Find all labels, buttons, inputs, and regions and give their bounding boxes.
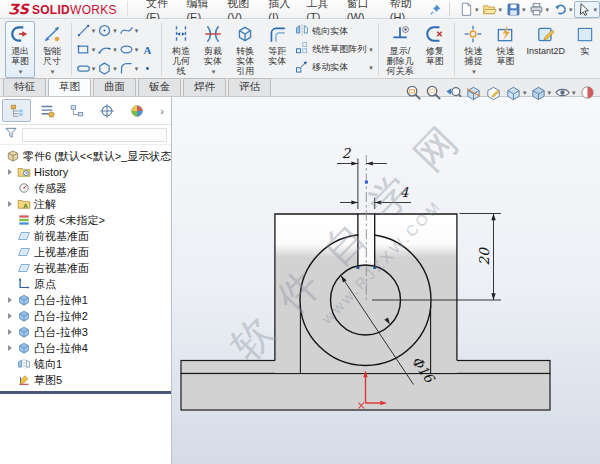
tree-top-plane[interactable]: 上视基准面 [0, 244, 171, 260]
tab-features[interactable]: 特征 [3, 78, 46, 96]
dropdown-caret-icon[interactable]: ▾ [92, 27, 96, 34]
dimxpert-tab[interactable] [92, 99, 121, 122]
repair-sketch-button[interactable]: 修复草图 [420, 21, 450, 78]
dropdown-caret-icon[interactable]: ▾ [369, 46, 373, 53]
dropdown-caret-icon[interactable]: ▾ [548, 89, 552, 96]
smart-dimension-button[interactable]: 智能尺寸▾ [37, 21, 67, 78]
construction-geometry-button[interactable]: 构造几何线 [166, 21, 196, 78]
dropdown-caret-icon[interactable]: ▾ [51, 68, 55, 75]
propertymanager-tab[interactable] [32, 99, 61, 122]
dropdown-caret-icon[interactable]: ▾ [113, 65, 117, 72]
dropdown-caret-icon[interactable]: ▾ [135, 27, 139, 34]
dropdown-caret-icon[interactable]: ▾ [369, 64, 373, 71]
linear-sketch-pattern-button[interactable]: 线性草图阵列▾ [295, 41, 373, 57]
save-button[interactable]: ▾ [504, 2, 528, 17]
fillet-tool[interactable]: ▾ [119, 61, 139, 76]
tree-boss-extrude1[interactable]: 凸台-拉伸1 [0, 292, 171, 308]
dropdown-caret-icon[interactable]: ▾ [475, 6, 479, 13]
spline-tool[interactable]: ▾ [119, 23, 139, 38]
dropdown-caret-icon[interactable]: ▾ [92, 65, 96, 72]
tree-root-part[interactable]: 零件6 (默认<<默认>_显示状态 1>) [0, 148, 171, 164]
arc-tool[interactable]: ▾ [97, 42, 117, 57]
shaded-sketch-contours-button-clipped[interactable]: 实 [571, 21, 599, 78]
dropdown-caret-icon[interactable]: ▾ [523, 89, 527, 96]
quick-snaps-button[interactable]: 快速捕捉▾ [458, 21, 488, 78]
expand-arrow-icon[interactable] [6, 329, 14, 335]
expand-arrow-icon[interactable] [6, 313, 14, 319]
text-tool[interactable]: A [140, 42, 155, 57]
circle-tool[interactable]: ▾ [97, 23, 117, 38]
filter-input[interactable] [22, 128, 167, 142]
tree-boss-extrude4[interactable]: 凸台-拉伸4 [0, 340, 171, 356]
ellipse-tool[interactable]: ▾ [119, 42, 139, 57]
dropdown-caret-icon[interactable]: ▾ [135, 65, 139, 72]
pin-toolbar-button[interactable] [429, 3, 442, 16]
configurationmanager-tab[interactable] [62, 99, 91, 122]
mirror-entities-button[interactable]: 镜向实体 [295, 23, 373, 39]
section-view-button[interactable] [465, 84, 482, 101]
view-orientation-button[interactable]: ▾ [505, 84, 527, 101]
dropdown-caret-icon[interactable]: ▾ [472, 68, 476, 75]
exit-sketch-button[interactable]: 退出草图▾ [5, 21, 35, 78]
slot-tool[interactable]: ▾ [76, 61, 96, 76]
dropdown-caret-icon[interactable]: ▾ [113, 46, 117, 53]
display-delete-relations-button[interactable]: 显示/删除几何关系▾ [382, 21, 417, 78]
display-style-button[interactable]: ▾ [530, 84, 552, 101]
open-button[interactable]: ▾ [480, 2, 504, 17]
slot-endpoint-left[interactable] [357, 266, 360, 269]
tree-front-plane[interactable]: 前视基准面 [0, 228, 171, 244]
tree-right-plane[interactable]: 右视基准面 [0, 260, 171, 276]
tab-sheet-metal[interactable]: 钣金 [138, 78, 181, 96]
panel-overflow-chevron-icon[interactable]: › [155, 105, 169, 117]
line-tool[interactable]: ▾ [76, 23, 96, 38]
dropdown-caret-icon[interactable]: ▾ [593, 6, 597, 13]
dropdown-caret-icon[interactable]: ▾ [212, 68, 216, 75]
dropdown-caret-icon[interactable]: ▾ [522, 6, 526, 13]
tab-surfaces[interactable]: 曲面 [93, 78, 136, 96]
dropdown-caret-icon[interactable]: ▾ [545, 6, 549, 13]
zoom-to-area-button[interactable] [425, 84, 442, 101]
dropdown-caret-icon[interactable]: ▾ [92, 46, 96, 53]
move-entities-button[interactable]: 移动实体▾ [295, 60, 373, 76]
trim-entities-button[interactable]: 剪裁实体▾ [198, 21, 228, 78]
tree-boss-extrude3[interactable]: 凸台-拉伸3 [0, 324, 171, 340]
dropdown-caret-icon[interactable]: ▾ [572, 89, 576, 96]
convert-entities-button[interactable]: 转换实体引用▾ [230, 21, 260, 78]
graphics-viewport[interactable]: 2 4 20 Φ16 [172, 97, 600, 464]
zoom-to-fit-button[interactable] [405, 84, 422, 101]
offset-entities-button[interactable]: 等距实体 [262, 21, 292, 78]
tree-mirror1[interactable]: 镜向1 [0, 356, 171, 372]
rollback-bar[interactable] [0, 391, 171, 394]
dimension-block-height[interactable]: 20 [476, 247, 492, 266]
dropdown-caret-icon[interactable]: ▾ [19, 68, 23, 75]
tree-sensors[interactable]: 传感器 [0, 180, 171, 196]
point-tool[interactable] [140, 61, 155, 76]
tab-sketch[interactable]: 草图 [48, 78, 91, 96]
rapid-sketch-button[interactable]: 快速草图 [490, 21, 520, 78]
edit-appearance-button[interactable] [579, 84, 596, 101]
sketch-point[interactable] [365, 181, 368, 184]
featuremanager-tab[interactable] [2, 99, 31, 122]
dimension-slot-half-width[interactable]: 2 [342, 145, 352, 161]
dropdown-caret-icon[interactable]: ▾ [135, 46, 139, 53]
tab-weldments[interactable]: 焊件 [183, 78, 226, 96]
tree-history[interactable]: History [0, 164, 171, 180]
new-document-button[interactable]: ▾ [457, 2, 481, 17]
tree-sketch5[interactable]: 草图5 [0, 372, 171, 388]
dropdown-caret-icon[interactable]: ▾ [113, 27, 117, 34]
3d-drawing-view-button[interactable] [485, 84, 502, 101]
polygon-tool[interactable]: ▾ [97, 61, 117, 76]
expand-arrow-icon[interactable] [6, 297, 14, 303]
instant2d-button[interactable]: Instant2D [523, 21, 570, 78]
expand-arrow-icon[interactable] [6, 345, 14, 351]
tab-evaluate[interactable]: 评估 [228, 78, 271, 96]
rectangle-tool[interactable]: ▾ [76, 42, 96, 57]
select-button[interactable]: ▾ [574, 1, 600, 18]
tree-boss-extrude2[interactable]: 凸台-拉伸2 [0, 308, 171, 324]
tree-annotations[interactable]: A注解 [0, 196, 171, 212]
dropdown-caret-icon[interactable]: ▾ [498, 6, 502, 13]
hide-show-items-button[interactable]: ▾ [554, 84, 576, 101]
expand-arrow-icon[interactable] [6, 169, 14, 175]
previous-view-button[interactable] [445, 84, 462, 101]
tree-origin[interactable]: 原点 [0, 276, 171, 292]
